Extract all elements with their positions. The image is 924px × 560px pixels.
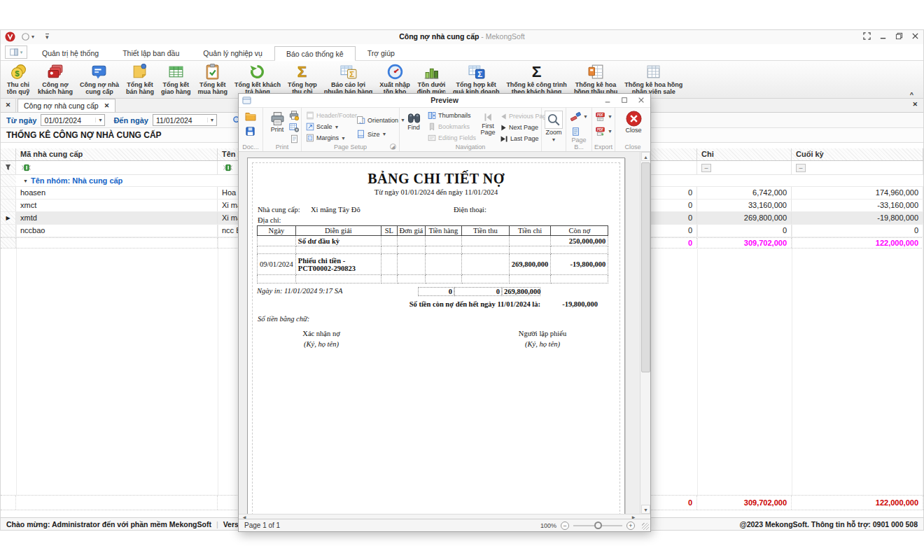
print-options-button[interactable]: [289, 122, 299, 132]
scrollbar-thumb[interactable]: [641, 162, 650, 372]
scale-button[interactable]: Scale▼: [306, 122, 339, 131]
size-button[interactable]: Size▼: [356, 130, 386, 139]
export-pdf-button[interactable]: PDF▼: [595, 111, 612, 122]
filter-condition-icon[interactable]: –: [796, 164, 806, 172]
ribbon-tab[interactable]: Thiết lập ban đầu: [111, 46, 191, 60]
welcome-text: Chào mừng: Administrator đến với phần mề…: [6, 520, 211, 528]
close-icon[interactable]: [638, 97, 645, 104]
zoom-slider-thumb[interactable]: [594, 522, 602, 529]
last-page-button[interactable]: Last Page: [500, 135, 539, 142]
report-cell: [381, 236, 397, 246]
group-document: Doc...: [239, 108, 263, 151]
watermark-button[interactable]: ▼: [570, 112, 588, 121]
ribbon-tab[interactable]: Trợ giúp: [356, 46, 407, 60]
cell-cuoiky: -33,160,000: [792, 200, 923, 211]
from-date-label: Từ ngày: [6, 116, 36, 125]
filter-cell-chi[interactable]: –: [697, 161, 792, 174]
total-tien-chi: 269,800,000: [502, 287, 540, 296]
fit-screen-icon[interactable]: [863, 32, 871, 40]
report-column-header: Tiền chi: [509, 226, 551, 236]
supplier-value: Xi măng Tây Đô: [311, 206, 360, 214]
zoom-out-button[interactable]: −: [561, 522, 569, 530]
vertical-scrollbar[interactable]: ▲ ▼: [640, 152, 650, 514]
print-button[interactable]: Print: [267, 111, 288, 133]
close-preview-button[interactable]: Close: [623, 111, 644, 134]
minimize-icon[interactable]: [604, 97, 611, 104]
from-date-input[interactable]: 01/01/2024 ▼: [41, 114, 105, 126]
ribbon-button[interactable]: Tổng kết bán hàng: [122, 61, 158, 98]
save-button[interactable]: [245, 126, 255, 136]
sign-left-sub: (Ký, họ tên): [276, 339, 367, 349]
minimize-icon[interactable]: [879, 32, 887, 40]
report-cell: [551, 246, 608, 254]
supplier-label: Nhà cung cấp:: [258, 206, 300, 214]
tab-cong-no-nha-cung-cap[interactable]: Công nợ nhà cung cấp ✕: [18, 99, 115, 112]
ribbon-tab[interactable]: Quản lý nghiệp vụ: [191, 46, 274, 60]
scroll-up-icon[interactable]: ▲: [641, 152, 650, 161]
ribbon-collapse-button[interactable]: ^: [910, 91, 913, 98]
bookmarks-icon: [428, 122, 436, 131]
to-date-input[interactable]: 11/01/2024 ▼: [153, 114, 217, 126]
window-title-main: Công nợ nhà cung cấp: [399, 32, 479, 41]
save-icon: [245, 126, 255, 136]
page-color-button[interactable]: [571, 127, 580, 136]
collapse-arrow-icon[interactable]: ▼: [23, 175, 28, 187]
scroll-down-icon[interactable]: ▼: [641, 505, 650, 514]
find-button[interactable]: Find: [404, 112, 424, 131]
tabstrip-close-button[interactable]: ✕: [1, 99, 16, 112]
ribbon-tab[interactable]: Quản trị hệ thống: [30, 46, 111, 60]
report-cell: [425, 246, 461, 254]
close-icon[interactable]: [911, 32, 919, 40]
total-tien-thu: 0: [454, 287, 502, 296]
chevron-down-icon[interactable]: ▼: [95, 118, 104, 122]
page-info-button[interactable]: [290, 134, 299, 144]
opening-balance-label: Số dư đầu kỳ: [295, 236, 381, 246]
send-pdf-button[interactable]: PDF▼: [595, 126, 612, 136]
debt-report: BẢNG CHI TIẾT NỢ Từ ngày 01/01/2024 đến …: [248, 158, 624, 349]
restore-icon[interactable]: [895, 32, 903, 40]
opening-balance-value: 250,000,000: [551, 236, 608, 246]
ribbon-tab[interactable]: Báo cáo thống kê: [274, 46, 356, 61]
ribbon-button[interactable]: $Thu chi tồn quỹ: [2, 61, 34, 98]
cell-chi: 6,742,000: [697, 187, 792, 199]
editing-fields-button: Editing Fields: [428, 134, 476, 142]
zoom-button[interactable]: Zoom ▼: [545, 111, 563, 143]
column-header-chi[interactable]: Chi: [697, 148, 792, 160]
column-header-code[interactable]: Mã nhà cung cấp: [16, 148, 218, 160]
resize-grip[interactable]: [642, 523, 649, 530]
zoom-in-button[interactable]: +: [626, 522, 635, 530]
note-icon: [131, 63, 148, 80]
chevron-down-icon[interactable]: ▼: [207, 118, 216, 122]
column-header-cuoiky[interactable]: Cuối kỳ: [792, 148, 923, 160]
tabstrip-right-close-button[interactable]: ✕: [912, 101, 918, 108]
window-title: Công nợ nhà cung cấp - MekongSoft: [1, 32, 923, 41]
report-cell: [397, 246, 425, 254]
filter-condition-icon[interactable]: –: [701, 164, 711, 172]
report-cell: [381, 246, 397, 254]
maximize-icon[interactable]: [621, 97, 628, 104]
orientation-button[interactable]: Orientation▼: [356, 115, 405, 125]
ribbon-button[interactable]: Công nợ nhà cung cấp: [76, 61, 122, 98]
options-grid-icon: [289, 122, 299, 132]
open-button[interactable]: [245, 111, 256, 121]
ribbon-button-label: Công nợ khách hàng: [38, 81, 73, 95]
phone-label: Điện thoại:: [454, 206, 486, 214]
next-page-icon: [500, 125, 507, 131]
report-cell: [461, 246, 509, 254]
filter-cell-cuoiky[interactable]: –: [792, 161, 923, 174]
detail-date: 09/01/2024: [258, 254, 296, 275]
group-export: PDF▼ PDF▼ Export: [592, 108, 615, 151]
bookmarks-button: Bookmarks: [428, 122, 470, 131]
filter-cell-code[interactable]: [16, 161, 218, 174]
quick-print-button[interactable]: [289, 111, 299, 120]
next-page-button[interactable]: Next Page: [500, 124, 538, 131]
tab-close-icon[interactable]: ✕: [104, 102, 110, 109]
thumbnails-button[interactable]: Thumbnails: [428, 111, 471, 120]
zoom-slider[interactable]: [573, 525, 622, 526]
ribbon-button[interactable]: Tổng kết giao hàng: [158, 61, 195, 98]
page-setup-launcher-icon[interactable]: ◢: [390, 144, 396, 150]
ribbon-launcher-button[interactable]: ▾: [5, 46, 27, 59]
ribbon-button[interactable]: Công nợ khách hàng: [34, 61, 76, 98]
ribbon-button[interactable]: Tổng kết mua hàng: [194, 61, 231, 98]
margins-button[interactable]: Margins▼: [306, 134, 346, 142]
